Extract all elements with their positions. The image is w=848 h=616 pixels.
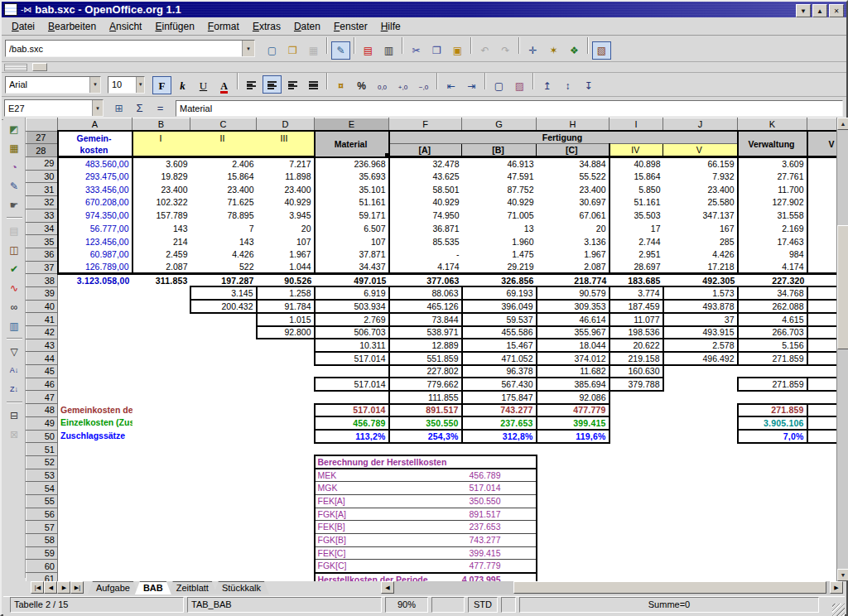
cell-A44[interactable] <box>58 352 132 365</box>
cell-B29[interactable]: 3.609 <box>132 157 190 171</box>
cell-B41[interactable] <box>132 313 190 326</box>
cell-G39[interactable]: 69.193 <box>462 286 537 300</box>
align-top-icon[interactable]: ↥ <box>537 77 556 95</box>
cell-L46[interactable] <box>807 378 837 391</box>
cell-B33[interactable]: 157.789 <box>132 209 190 222</box>
autofilter-icon[interactable]: ▽ <box>5 342 24 361</box>
menu-bearbeiten[interactable]: Bearbeiten <box>41 19 103 34</box>
column-header-H[interactable]: H <box>537 118 610 132</box>
cell-F38[interactable]: 377.063 <box>389 274 462 287</box>
row-header-43[interactable]: 43 <box>26 339 58 352</box>
cell-B51[interactable] <box>132 443 190 456</box>
cell-B40[interactable] <box>132 300 190 313</box>
cell-A40[interactable] <box>58 300 132 313</box>
cell-G38[interactable]: 326.856 <box>462 274 537 287</box>
cell-B42[interactable] <box>132 326 190 339</box>
cell-H31[interactable]: 23.400 <box>537 183 610 196</box>
cell-H38[interactable]: 218.774 <box>537 274 610 287</box>
cell-E50[interactable]: 113,2% <box>315 430 389 443</box>
cell-A49[interactable]: Einzelkosten (Zuschlagsbasis) <box>58 416 132 430</box>
cell-D33[interactable]: 3.945 <box>257 209 315 222</box>
cell-D27[interactable]: III <box>257 131 315 144</box>
cell-F45[interactable]: 227.802 <box>389 365 462 378</box>
open-icon[interactable]: ❐ <box>283 41 302 60</box>
cell-K46[interactable]: 271.859 <box>738 378 807 391</box>
next-sheet-button[interactable]: ▶ <box>57 581 70 594</box>
cell-F40[interactable]: 465.126 <box>389 300 462 313</box>
row-header-35[interactable]: 35 <box>26 235 58 248</box>
minimize-button[interactable]: ▼ <box>796 4 811 17</box>
menu-fenster[interactable]: Fenster <box>327 19 374 34</box>
cell-B47[interactable] <box>132 391 190 404</box>
cell-I37[interactable]: 28.697 <box>610 261 663 274</box>
cell-D40[interactable]: 91.784 <box>257 300 315 313</box>
cell-A34[interactable]: 56.777,00 <box>58 222 132 235</box>
function-wizard-icon[interactable]: ⊞ <box>109 99 128 118</box>
row-header-46[interactable]: 46 <box>26 378 58 391</box>
menu-hilfe[interactable]: Hilfe <box>374 19 407 34</box>
cell-F36[interactable]: - <box>389 248 462 261</box>
sheet-tab-zeitblatt[interactable]: Zeitblatt <box>168 581 217 594</box>
data-sources-icon[interactable]: ▥ <box>5 316 24 335</box>
cell-K45[interactable] <box>738 365 807 378</box>
sheet-tab-aufgabe[interactable]: Aufgabe <box>88 581 138 594</box>
align-left-icon[interactable] <box>242 75 261 94</box>
cell-K49[interactable]: 3.905.106 <box>738 416 807 430</box>
edit-file-icon[interactable]: ✎ <box>331 41 350 60</box>
title-bar[interactable]: -⋈ bab.sxc - OpenOffice.org 1.1 ▼▲✕ <box>2 2 846 17</box>
cell-B49[interactable] <box>132 416 190 430</box>
row-header-52[interactable]: 52 <box>26 455 58 469</box>
row-header-42[interactable]: 42 <box>26 326 58 339</box>
cell-E42[interactable]: 506.703 <box>315 326 389 339</box>
cell-H61[interactable] <box>537 573 837 581</box>
cell-H42[interactable]: 355.967 <box>537 326 610 339</box>
cell-F43[interactable]: 12.889 <box>389 339 462 352</box>
cell-E36[interactable]: 37.871 <box>315 248 389 261</box>
cell-B36[interactable]: 2.459 <box>132 248 190 261</box>
row-header-58[interactable]: 58 <box>26 534 58 547</box>
cell-L42[interactable] <box>807 326 837 339</box>
cell-H56[interactable] <box>537 508 837 521</box>
web-page-icon[interactable]: ❖ <box>565 41 584 60</box>
cell-J36[interactable]: 4.426 <box>663 248 738 261</box>
toolbar-mini-button[interactable] <box>32 63 47 71</box>
cell-B30[interactable]: 19.829 <box>132 170 190 183</box>
cell-A30[interactable]: 293.475,00 <box>58 170 132 183</box>
align-center-icon[interactable] <box>263 75 282 94</box>
cell-F49[interactable]: 350.550 <box>389 416 462 430</box>
row-header-39[interactable]: 39 <box>26 286 58 300</box>
cell-L51[interactable] <box>807 443 837 456</box>
cell-G33[interactable]: 71.005 <box>462 209 537 222</box>
cell-F32[interactable]: 40.929 <box>389 196 462 209</box>
cell-F42[interactable]: 538.971 <box>389 326 462 339</box>
cell-D48[interactable] <box>257 404 315 417</box>
cell-A37[interactable]: 126.789,00 <box>58 261 132 274</box>
row-header-60[interactable]: 60 <box>26 560 58 573</box>
cell-K43[interactable]: 5.156 <box>738 339 807 352</box>
cell-J42[interactable]: 493.915 <box>663 326 738 339</box>
cell-H57[interactable] <box>537 521 837 534</box>
cell-D35[interactable]: 107 <box>257 235 315 248</box>
cell-D29[interactable]: 7.217 <box>257 157 315 171</box>
cell-K47[interactable] <box>738 391 807 404</box>
cell-H36[interactable]: 1.967 <box>537 248 610 261</box>
spellcheck-icon[interactable]: ✔ <box>5 259 24 278</box>
cell-A35[interactable]: 123.456,00 <box>58 235 132 248</box>
cell-A59[interactable] <box>58 546 315 560</box>
herstellkosten-row-55[interactable]: FEK[A]350.550 <box>315 494 537 508</box>
cell-A54[interactable] <box>58 482 315 495</box>
column-header-G[interactable]: G <box>462 118 537 132</box>
cell-G28[interactable]: [B] <box>462 144 537 157</box>
cell-L50[interactable] <box>807 430 837 443</box>
cell-reference-dropdown-icon[interactable]: ▼ <box>92 100 103 116</box>
cell-G46[interactable]: 567.430 <box>462 378 537 391</box>
cell-C27[interactable]: II <box>190 131 257 144</box>
cell-D32[interactable]: 40.929 <box>257 196 315 209</box>
cell-H50[interactable]: 119,6% <box>537 430 610 443</box>
menu-ansicht[interactable]: Ansicht <box>103 19 148 34</box>
cell-K33[interactable]: 31.558 <box>738 209 807 222</box>
cell-C30[interactable]: 15.864 <box>190 170 257 183</box>
cell-G44[interactable]: 471.052 <box>462 352 537 365</box>
draw-functions-icon[interactable]: ✎ <box>5 176 24 195</box>
herstellkosten-row-58[interactable]: FGK[B]743.277 <box>315 534 537 547</box>
